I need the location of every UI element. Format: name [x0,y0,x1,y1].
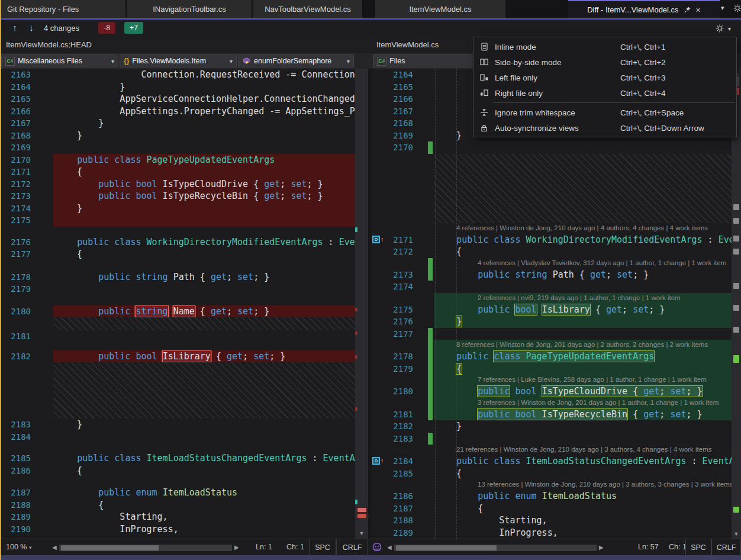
line-number: 2189 [387,527,413,539]
code-line: 2167 } [1,117,355,130]
code-line: 2178 public string Path { get; set; } [1,271,355,284]
scrollbar-mark [733,327,739,333]
previous-change-button[interactable]: ↑ [8,21,21,34]
code-line: ↑2184 public class ItemLoadStatusChanged… [372,455,732,468]
left-encoding-indicator[interactable]: SPC [309,539,336,556]
scroll-down-icon[interactable]: ▼ [355,530,368,536]
right-code-pane[interactable]: 216421652166216721682169 }21704 referenc… [372,69,732,539]
code-line: 2175 [1,214,355,227]
diff-editor: 2163 Connection.RequestReceived -= Conne… [0,69,741,539]
left-code-pane[interactable]: 2163 Connection.RequestReceived -= Conne… [1,69,355,539]
alignment-spacer [1,260,355,271]
code-line: 2174 } [1,202,355,215]
alignment-spacer [1,443,355,452]
scrollbar-mark [733,355,739,363]
tab-list-chevron-down-icon[interactable]: ▾ [721,4,724,12]
line-number: 2187 [387,503,413,515]
csharp-file-icon: C# [5,57,15,66]
code-line: 2169 [1,141,355,154]
tab-3[interactable]: NavToolbarViewModel.cs [253,0,362,18]
line-number: 2176 [387,316,413,328]
menu-item-right-file-only[interactable]: Right file onlyCtrl+\, Ctrl+4 [473,85,736,101]
right-line-ending-indicator[interactable]: CRLF [711,539,741,556]
added-lines-badge: +7 [124,22,143,34]
tab-1[interactable]: Git Repository - Files [0,0,125,18]
diff-view-settings-button[interactable]: ▾ [711,21,739,36]
line-number: 2179 [387,363,413,375]
left-line-ending-indicator[interactable]: CRLF [336,539,368,556]
window-bottom-edge [0,555,741,560]
code-line: 2190 InProgress, [1,523,355,536]
menu-item-shortcut: Ctrl+\, Ctrl+1 [620,43,736,52]
scroll-right-icon[interactable]: ▶ [234,544,239,551]
line-number: 2173 [387,269,413,281]
line-number: 2169 [1,141,31,154]
scroll-right-icon[interactable]: ▶ [599,544,604,551]
line-number: 2166 [387,93,413,105]
right-horizontal-scrollbar[interactable] [394,545,597,551]
menu-item-inline-mode[interactable]: Inline modeCtrl+\, Ctrl+1 [473,39,736,54]
line-number: 2168 [387,117,413,130]
code-line: 2188 Starting, [372,514,732,527]
menu-item-left-file-only[interactable]: Left file onlyCtrl+\, Ctrl+3 [473,70,736,85]
zoom-level-select[interactable]: 100 % ▾ [6,543,31,551]
line-number: 2170 [387,141,413,154]
code-line: 2174 [372,281,732,293]
enum-icon [242,57,251,66]
tab-2[interactable]: INavigationToolbar.cs [127,0,252,18]
member-dropdown[interactable]: enumFolderSemaphore ▾ [238,54,354,67]
tabbar-gear-icon[interactable] [733,4,741,13]
scroll-left-icon[interactable]: ◀ [52,544,57,551]
code-line: 2170 public class PageTypeUpdatedEventAr… [1,154,355,166]
tab-5[interactable]: Diff - ItemV...ViewModel.cs× [568,0,720,18]
left-horizontal-scrollbar[interactable] [59,545,232,551]
line-number: 2172 [387,246,413,258]
close-icon[interactable]: × [696,6,701,14]
next-change-button[interactable]: ↓ [25,21,38,34]
tab-4[interactable]: ItemViewModel.cs [375,0,505,18]
menu-item-side-by-side-mode[interactable]: Side-by-side modeCtrl+\, Ctrl+2 [473,54,736,70]
codelens-indicator: 21 references | Winston de Jong, 210 day… [372,445,732,455]
codelens-indicator: 4 references | Vladyslav Tsvietkov, 312 … [372,258,732,269]
line-number: 2182 [387,420,413,433]
code-line: 2186 public enum ItemLoadStatus [372,490,732,503]
scroll-left-icon[interactable]: ◀ [387,544,392,551]
tab-label: Diff - ItemV...ViewModel.cs [587,5,678,14]
extension-icon[interactable] [372,542,382,552]
code-line: 2166 AppSettings.PropertyChanged -= AppS… [1,105,355,118]
scrollbar-mark [733,283,739,289]
scrollbar-mark [733,236,739,242]
scroll-down-icon[interactable]: ▼ [732,531,741,537]
codelens-indicator: 13 references | Winston de Jong, 210 day… [372,479,732,490]
scrollbar-mark [355,355,357,359]
code-line: 2187 public enum ItemLoadStatus [1,487,355,499]
chevron-down-icon: ▾ [111,58,114,65]
line-number: 2175 [1,214,31,227]
project-dropdown[interactable]: C# Miscellaneous Files ▾ [1,54,118,67]
moved-code-icon: ↑ [372,236,384,243]
right-vertical-scrollbar[interactable]: ▲ ▼ [732,69,741,539]
line-number: 2169 [387,130,413,142]
line-number: 2189 [1,511,31,523]
line-number: 2171 [1,166,31,178]
line-number: 2183 [387,433,413,445]
scrollbar-mark [355,407,357,411]
change-bar [428,385,433,398]
moved-code-icon: ↑ [372,457,384,465]
scrollbar-thumb[interactable] [61,545,159,551]
code-line: 2180 public bool IsTypeCloudDrive { get;… [372,385,732,398]
menu-item-ignore-trim-whitespace[interactable]: Ignore trim whitespaceCtrl+\, Ctrl+Space [473,105,736,120]
pin-icon[interactable] [684,6,691,14]
scrollbar-thumb[interactable] [396,545,497,551]
line-number: 2187 [1,487,31,499]
line-number: 2175 [387,304,413,316]
right-encoding-indicator[interactable]: SPC [685,539,711,556]
left-vertical-scrollbar[interactable]: ▲ ▼ [355,69,368,539]
collapsed-diff-region [434,154,732,223]
code-line: 2168 } [1,130,355,142]
menu-item-label: Inline mode [495,43,620,52]
menu-item-label: Auto-synchronize views [495,124,620,133]
type-dropdown[interactable]: {} Files.ViewModels.Item ▾ [120,54,237,67]
menu-item-auto-synchronize-views[interactable]: Auto-synchronize viewsCtrl+\, Ctrl+Down … [473,120,736,136]
code-line: 2176 } [372,316,732,328]
